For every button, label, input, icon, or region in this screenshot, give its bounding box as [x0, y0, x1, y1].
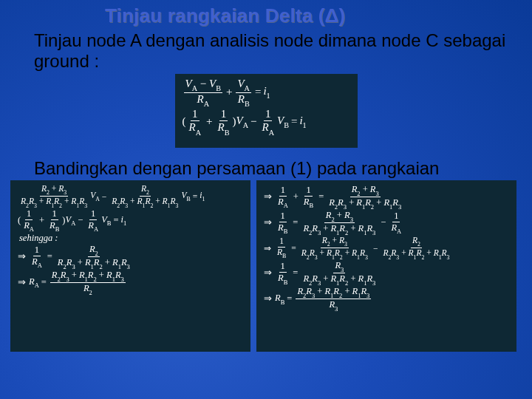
slide: Tinjau rangkaian Delta (Δ) Tinjau node A… — [0, 0, 532, 399]
eq-right-line3: 1RB = R2 + R3R2R3 + R1R2 + R1R3 − R2R2R3… — [264, 236, 509, 259]
intro-paragraph: Tinjau node A dengan analisis node diman… — [34, 30, 514, 72]
equation-box-right: 1RA + 1RB = R2 + R3R2R3 + R1R2 + R1R3 1R… — [256, 180, 516, 352]
equation-box-left: R2 + R3R2R3 + R1R2 + R1R3 VA − R2R2R3 + … — [10, 180, 250, 352]
eq-right-line4: 1RB = R3R2R3 + R1R2 + R1R3 — [264, 261, 509, 285]
eq-top-line2: ( 1RA + 1RB ) VA − 1RA VB = i1 — [183, 109, 350, 135]
slide-title: Tinjau rangkaian Delta (Δ) — [105, 4, 522, 27]
compare-paragraph: Bandingkan dengan persamaan (1) pada ran… — [34, 158, 514, 179]
equation-columns: R2 + R3R2R3 + R1R2 + R1R3 VA − R2R2R3 + … — [10, 180, 522, 352]
eq-right-line1: 1RA + 1RB = R2 + R3R2R3 + R1R2 + R1R3 — [264, 185, 509, 209]
eq-right-line2: 1RB = R2 + R3R2R3 + R1R2 + R1R3 − 1RA — [264, 211, 509, 235]
equation-box-top: VA − VBRA + VARB = i1 ( 1RA + 1RB ) VA −… — [175, 74, 358, 148]
eq-right-line5: RB = R2R3 + R1R2 + R1R3R3 — [264, 287, 509, 311]
eq-left-sehingga: sehingga : — [19, 233, 243, 243]
eq-left-line4: 1RA = R2R2R3 + R1R2 + R1R3 — [18, 245, 243, 269]
eq-left-line2: ( 1RA + 1RB ) VA − 1RA VB = i1 — [18, 209, 243, 232]
eq-left-line5: RA = R2R3 + R1R2 + R1R3R2 — [18, 270, 243, 295]
eq-top-line1: VA − VBRA + VARB = i1 — [183, 78, 350, 107]
eq-left-line1: R2 + R3R2R3 + R1R2 + R1R3 VA − R2R2R3 + … — [18, 185, 243, 208]
